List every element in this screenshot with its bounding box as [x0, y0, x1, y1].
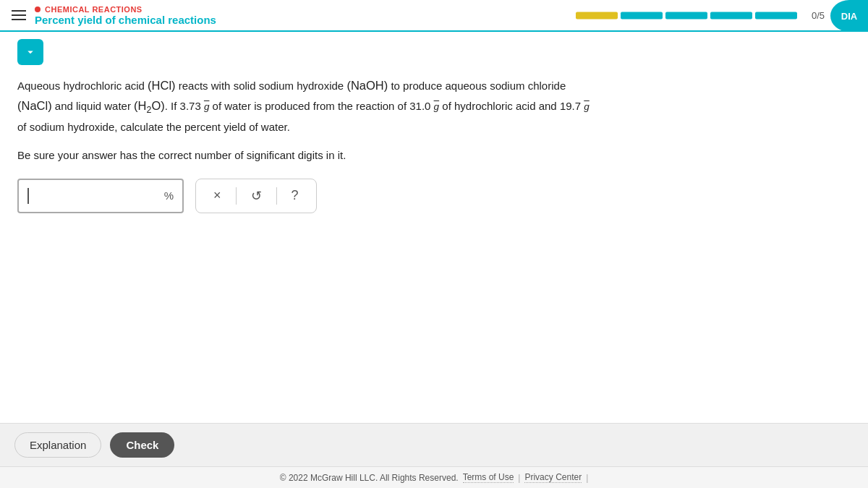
progress-segment-3	[665, 12, 707, 19]
check-button[interactable]: Check	[110, 432, 174, 458]
progress-segment-1	[576, 12, 618, 19]
header-title-group: CHEMICAL REACTIONS Percent yield of chem…	[35, 5, 216, 26]
copyright-text: © 2022 McGraw Hill LLC. All Rights Reser…	[280, 473, 459, 483]
header: CHEMICAL REACTIONS Percent yield of chem…	[0, 0, 868, 32]
explanation-button[interactable]: Explanation	[14, 432, 101, 458]
header-left: CHEMICAL REACTIONS Percent yield of chem…	[12, 5, 216, 26]
footer-divider: |	[518, 473, 520, 483]
close-button[interactable]: ×	[210, 185, 224, 206]
answer-input-wrapper[interactable]: %	[17, 179, 184, 213]
action-buttons: × ↺ ?	[195, 179, 317, 213]
formula-naoh: (NaOH)	[346, 79, 388, 92]
problem-text: Aqueous hydrochloric acid (HCl) reacts w…	[17, 75, 851, 137]
problem-text-part4: and liquid water	[52, 100, 134, 112]
main-content: Aqueous hydrochloric acid (HCl) reacts w…	[0, 32, 868, 423]
score-display: 0/5	[812, 10, 825, 21]
problem-text-part2: reacts with solid sodium hydroxide	[176, 80, 347, 92]
cursor-icon	[27, 188, 29, 204]
page-title: Percent yield of chemical reactions	[35, 14, 216, 26]
problem-text-part5: . If 3.73 g of water is produced from th…	[165, 100, 590, 112]
header-right: 0/5	[576, 10, 825, 21]
progress-bar	[576, 12, 797, 19]
divider	[236, 187, 237, 205]
category-label: CHEMICAL REACTIONS	[45, 5, 142, 14]
problem-text-part1: Aqueous hydrochloric acid	[17, 80, 148, 92]
sig-digits-note: Be sure your answer has the correct numb…	[17, 147, 851, 164]
header-subtitle: CHEMICAL REACTIONS	[35, 5, 216, 14]
divider2	[276, 187, 277, 205]
footer-bar: Explanation Check	[0, 423, 868, 466]
red-dot	[35, 7, 41, 12]
answer-row: % × ↺ ?	[17, 179, 851, 213]
progress-segment-4	[710, 12, 752, 19]
problem-text-part6: of sodium hydroxide, calculate the perce…	[17, 121, 290, 133]
answer-input[interactable]	[35, 189, 164, 202]
problem-text-part3: to produce aqueous sodium chloride	[388, 80, 566, 92]
collapse-button[interactable]	[17, 39, 43, 65]
footer-divider2: |	[586, 473, 588, 483]
progress-segment-2	[621, 12, 663, 19]
formula-h2o: (H2O)	[134, 99, 165, 112]
privacy-center-link[interactable]: Privacy Center	[524, 472, 582, 483]
progress-segment-5	[755, 12, 797, 19]
percent-label: %	[164, 189, 174, 202]
terms-of-use-link[interactable]: Terms of Use	[463, 472, 514, 483]
formula-nacl: (NaCl)	[17, 99, 52, 112]
help-button[interactable]: ?	[289, 185, 302, 206]
undo-button[interactable]: ↺	[248, 185, 265, 207]
bottom-footer: © 2022 McGraw Hill LLC. All Rights Reser…	[0, 466, 868, 488]
formula-hcl: (HCl)	[148, 79, 176, 92]
dia-badge: DIA	[830, 0, 868, 32]
hamburger-icon[interactable]	[12, 10, 26, 20]
